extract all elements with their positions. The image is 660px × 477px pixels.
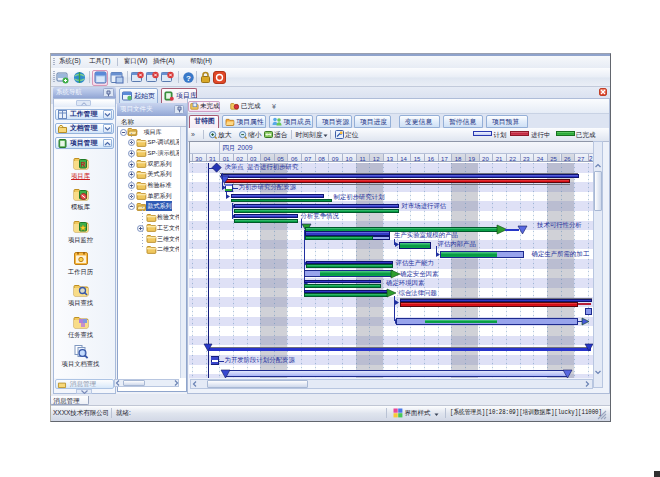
svg-text:?: ? <box>186 74 191 83</box>
svg-text:R: R <box>80 160 85 167</box>
